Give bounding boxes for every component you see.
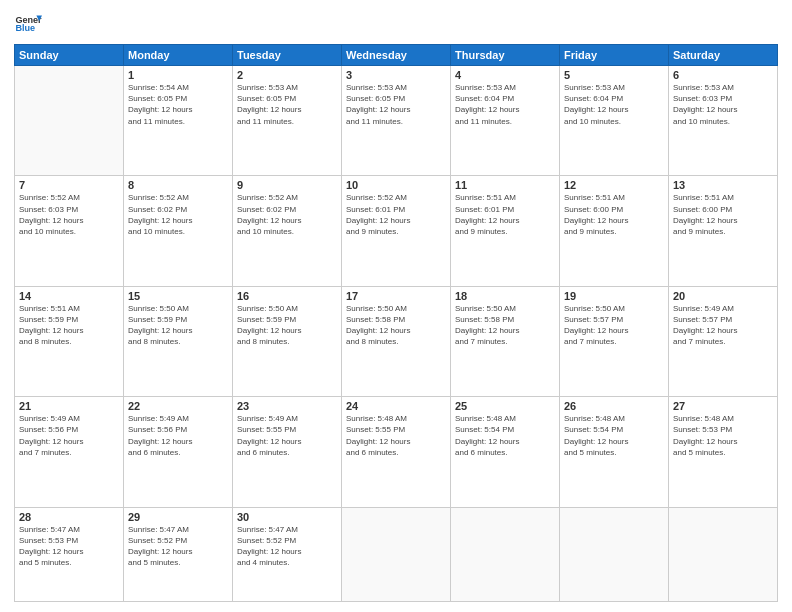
svg-text:Blue: Blue [15, 23, 35, 33]
calendar-cell: 10Sunrise: 5:52 AM Sunset: 6:01 PM Dayli… [342, 176, 451, 286]
calendar-cell [669, 507, 778, 601]
calendar-cell: 27Sunrise: 5:48 AM Sunset: 5:53 PM Dayli… [669, 397, 778, 507]
day-number: 6 [673, 69, 773, 81]
calendar-cell: 1Sunrise: 5:54 AM Sunset: 6:05 PM Daylig… [124, 66, 233, 176]
calendar-cell: 25Sunrise: 5:48 AM Sunset: 5:54 PM Dayli… [451, 397, 560, 507]
day-info: Sunrise: 5:51 AM Sunset: 6:00 PM Dayligh… [564, 192, 664, 237]
day-number: 1 [128, 69, 228, 81]
calendar-table: SundayMondayTuesdayWednesdayThursdayFrid… [14, 44, 778, 602]
day-info: Sunrise: 5:51 AM Sunset: 5:59 PM Dayligh… [19, 303, 119, 348]
day-number: 7 [19, 179, 119, 191]
calendar-body: 1Sunrise: 5:54 AM Sunset: 6:05 PM Daylig… [15, 66, 778, 602]
day-number: 25 [455, 400, 555, 412]
day-info: Sunrise: 5:50 AM Sunset: 5:58 PM Dayligh… [455, 303, 555, 348]
calendar-cell: 3Sunrise: 5:53 AM Sunset: 6:05 PM Daylig… [342, 66, 451, 176]
day-number: 24 [346, 400, 446, 412]
calendar-cell: 9Sunrise: 5:52 AM Sunset: 6:02 PM Daylig… [233, 176, 342, 286]
calendar-cell: 16Sunrise: 5:50 AM Sunset: 5:59 PM Dayli… [233, 286, 342, 396]
calendar-cell: 26Sunrise: 5:48 AM Sunset: 5:54 PM Dayli… [560, 397, 669, 507]
calendar-cell: 7Sunrise: 5:52 AM Sunset: 6:03 PM Daylig… [15, 176, 124, 286]
day-number: 8 [128, 179, 228, 191]
day-number: 9 [237, 179, 337, 191]
calendar-cell: 23Sunrise: 5:49 AM Sunset: 5:55 PM Dayli… [233, 397, 342, 507]
day-info: Sunrise: 5:49 AM Sunset: 5:56 PM Dayligh… [128, 413, 228, 458]
column-header-wednesday: Wednesday [342, 45, 451, 66]
calendar-cell: 17Sunrise: 5:50 AM Sunset: 5:58 PM Dayli… [342, 286, 451, 396]
calendar-week-5: 28Sunrise: 5:47 AM Sunset: 5:53 PM Dayli… [15, 507, 778, 601]
day-number: 5 [564, 69, 664, 81]
calendar-cell: 2Sunrise: 5:53 AM Sunset: 6:05 PM Daylig… [233, 66, 342, 176]
day-info: Sunrise: 5:49 AM Sunset: 5:57 PM Dayligh… [673, 303, 773, 348]
day-number: 15 [128, 290, 228, 302]
day-info: Sunrise: 5:51 AM Sunset: 6:00 PM Dayligh… [673, 192, 773, 237]
calendar-cell [451, 507, 560, 601]
calendar-cell: 15Sunrise: 5:50 AM Sunset: 5:59 PM Dayli… [124, 286, 233, 396]
calendar-week-1: 1Sunrise: 5:54 AM Sunset: 6:05 PM Daylig… [15, 66, 778, 176]
day-number: 23 [237, 400, 337, 412]
column-header-monday: Monday [124, 45, 233, 66]
day-info: Sunrise: 5:53 AM Sunset: 6:05 PM Dayligh… [237, 82, 337, 127]
day-number: 2 [237, 69, 337, 81]
day-info: Sunrise: 5:50 AM Sunset: 5:58 PM Dayligh… [346, 303, 446, 348]
day-number: 28 [19, 511, 119, 523]
day-number: 18 [455, 290, 555, 302]
day-number: 29 [128, 511, 228, 523]
calendar-cell: 19Sunrise: 5:50 AM Sunset: 5:57 PM Dayli… [560, 286, 669, 396]
calendar-cell: 5Sunrise: 5:53 AM Sunset: 6:04 PM Daylig… [560, 66, 669, 176]
day-info: Sunrise: 5:52 AM Sunset: 6:02 PM Dayligh… [237, 192, 337, 237]
calendar-week-3: 14Sunrise: 5:51 AM Sunset: 5:59 PM Dayli… [15, 286, 778, 396]
calendar-cell: 24Sunrise: 5:48 AM Sunset: 5:55 PM Dayli… [342, 397, 451, 507]
calendar-cell [15, 66, 124, 176]
day-info: Sunrise: 5:47 AM Sunset: 5:52 PM Dayligh… [128, 524, 228, 569]
day-number: 13 [673, 179, 773, 191]
day-number: 21 [19, 400, 119, 412]
calendar-cell: 8Sunrise: 5:52 AM Sunset: 6:02 PM Daylig… [124, 176, 233, 286]
calendar-cell: 11Sunrise: 5:51 AM Sunset: 6:01 PM Dayli… [451, 176, 560, 286]
day-number: 26 [564, 400, 664, 412]
calendar-cell: 13Sunrise: 5:51 AM Sunset: 6:00 PM Dayli… [669, 176, 778, 286]
day-info: Sunrise: 5:53 AM Sunset: 6:04 PM Dayligh… [564, 82, 664, 127]
calendar-cell: 20Sunrise: 5:49 AM Sunset: 5:57 PM Dayli… [669, 286, 778, 396]
day-info: Sunrise: 5:47 AM Sunset: 5:52 PM Dayligh… [237, 524, 337, 569]
day-number: 3 [346, 69, 446, 81]
calendar-cell: 12Sunrise: 5:51 AM Sunset: 6:00 PM Dayli… [560, 176, 669, 286]
calendar-cell: 30Sunrise: 5:47 AM Sunset: 5:52 PM Dayli… [233, 507, 342, 601]
day-number: 16 [237, 290, 337, 302]
calendar-cell: 14Sunrise: 5:51 AM Sunset: 5:59 PM Dayli… [15, 286, 124, 396]
day-info: Sunrise: 5:51 AM Sunset: 6:01 PM Dayligh… [455, 192, 555, 237]
calendar-cell [560, 507, 669, 601]
column-header-thursday: Thursday [451, 45, 560, 66]
day-info: Sunrise: 5:48 AM Sunset: 5:54 PM Dayligh… [455, 413, 555, 458]
day-info: Sunrise: 5:52 AM Sunset: 6:01 PM Dayligh… [346, 192, 446, 237]
day-number: 19 [564, 290, 664, 302]
day-number: 22 [128, 400, 228, 412]
calendar-header-row: SundayMondayTuesdayWednesdayThursdayFrid… [15, 45, 778, 66]
day-number: 14 [19, 290, 119, 302]
calendar-cell: 4Sunrise: 5:53 AM Sunset: 6:04 PM Daylig… [451, 66, 560, 176]
calendar-cell: 22Sunrise: 5:49 AM Sunset: 5:56 PM Dayli… [124, 397, 233, 507]
day-number: 30 [237, 511, 337, 523]
day-info: Sunrise: 5:50 AM Sunset: 5:57 PM Dayligh… [564, 303, 664, 348]
day-number: 4 [455, 69, 555, 81]
calendar-cell: 28Sunrise: 5:47 AM Sunset: 5:53 PM Dayli… [15, 507, 124, 601]
column-header-tuesday: Tuesday [233, 45, 342, 66]
calendar-cell: 21Sunrise: 5:49 AM Sunset: 5:56 PM Dayli… [15, 397, 124, 507]
day-info: Sunrise: 5:54 AM Sunset: 6:05 PM Dayligh… [128, 82, 228, 127]
day-info: Sunrise: 5:48 AM Sunset: 5:53 PM Dayligh… [673, 413, 773, 458]
calendar-cell: 29Sunrise: 5:47 AM Sunset: 5:52 PM Dayli… [124, 507, 233, 601]
day-info: Sunrise: 5:53 AM Sunset: 6:03 PM Dayligh… [673, 82, 773, 127]
logo-icon: General Blue [14, 10, 42, 38]
column-header-friday: Friday [560, 45, 669, 66]
day-info: Sunrise: 5:48 AM Sunset: 5:54 PM Dayligh… [564, 413, 664, 458]
column-header-saturday: Saturday [669, 45, 778, 66]
day-number: 11 [455, 179, 555, 191]
page: General Blue SundayMondayTuesdayWednesda… [0, 0, 792, 612]
calendar-week-4: 21Sunrise: 5:49 AM Sunset: 5:56 PM Dayli… [15, 397, 778, 507]
day-info: Sunrise: 5:49 AM Sunset: 5:55 PM Dayligh… [237, 413, 337, 458]
calendar-cell: 18Sunrise: 5:50 AM Sunset: 5:58 PM Dayli… [451, 286, 560, 396]
column-header-sunday: Sunday [15, 45, 124, 66]
day-info: Sunrise: 5:52 AM Sunset: 6:03 PM Dayligh… [19, 192, 119, 237]
day-info: Sunrise: 5:53 AM Sunset: 6:05 PM Dayligh… [346, 82, 446, 127]
day-number: 27 [673, 400, 773, 412]
calendar-week-2: 7Sunrise: 5:52 AM Sunset: 6:03 PM Daylig… [15, 176, 778, 286]
